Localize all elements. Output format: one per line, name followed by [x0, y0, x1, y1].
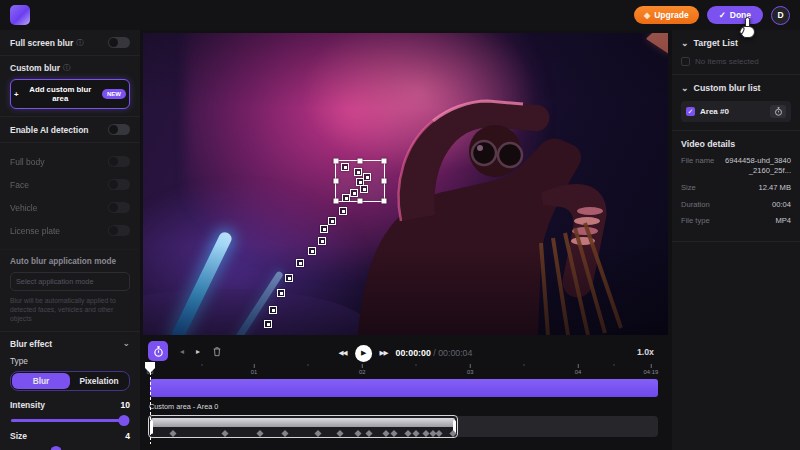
area-label: Area #0 [700, 107, 765, 116]
selection-handle[interactable] [358, 159, 363, 164]
chevron-down-icon[interactable]: ⌄ [681, 84, 689, 93]
detail-value: 6944458-uhd_3840_2160_25f... [721, 156, 791, 176]
detail-value: 00:04 [772, 200, 791, 210]
selection-handle[interactable] [358, 199, 363, 204]
gem-icon: ◆ [644, 11, 650, 20]
play-icon: ▶ [361, 349, 366, 357]
detail-label: Duration [681, 200, 715, 210]
type-option-pixelation[interactable]: Pixelation [70, 373, 128, 389]
trail-keyframe-marker [342, 194, 350, 202]
blur-type-segmented-control: Blur Pixelation [10, 371, 130, 391]
check-icon: ✓ [719, 10, 726, 20]
full-screen-blur-label: Full screen blur [10, 38, 73, 48]
timeline-panel: ◂ ▸ ◀◀ ▶ ▶▶ 00:00:00 / 00:00:04 1.0x 000… [143, 338, 668, 450]
detail-label: File type [681, 216, 715, 226]
selection-handle[interactable] [334, 179, 339, 184]
fast-forward-button[interactable]: ▶▶ [380, 349, 388, 357]
auto-blur-mode-description: Blur will be automatically applied to de… [10, 296, 130, 324]
intensity-slider[interactable] [11, 419, 129, 422]
selection-handle[interactable] [334, 199, 339, 204]
add-custom-blur-area-button[interactable]: + Add custom blur area NEW [10, 79, 130, 109]
playback-speed[interactable]: 1.0x [637, 347, 654, 357]
auto-blur-mode-dropdown[interactable]: Select application mode [10, 272, 130, 291]
video-preview[interactable] [143, 33, 668, 335]
selection-handle[interactable] [382, 159, 387, 164]
avatar[interactable]: D [771, 6, 790, 25]
trail-keyframe-marker [269, 306, 277, 314]
trail-keyframe-marker [308, 247, 316, 255]
playhead[interactable] [145, 362, 155, 446]
total-time: 00:00:04 [438, 348, 472, 358]
intensity-value: 10 [121, 400, 130, 410]
add-keyframe-button[interactable] [148, 341, 168, 361]
upgrade-label: Upgrade [654, 10, 688, 20]
detail-label: Size [681, 183, 715, 193]
rewind-button[interactable]: ◀◀ [339, 349, 347, 357]
step-forward-button[interactable]: ▸ [196, 347, 200, 356]
upgrade-button[interactable]: ◆ Upgrade [634, 6, 699, 24]
add-custom-blur-label: Add custom blur area [23, 85, 98, 103]
timeline-bar[interactable] [150, 379, 658, 397]
blur-list-item-area-0[interactable]: ✓ Area #0 [681, 101, 791, 122]
ai-option-full-body-toggle[interactable] [108, 156, 130, 167]
trail-keyframe-marker [277, 289, 285, 297]
detail-value: 12.47 MB [758, 183, 791, 193]
detail-label: File name [681, 156, 715, 176]
full-screen-blur-toggle[interactable] [108, 37, 130, 48]
trail-keyframe-marker [363, 173, 371, 181]
ai-option-face-toggle[interactable] [108, 179, 130, 190]
chevron-down-icon[interactable]: ⌄ [681, 39, 689, 48]
trail-keyframe-marker [264, 320, 272, 328]
type-option-blur[interactable]: Blur [12, 373, 70, 389]
info-icon: ⓘ [63, 63, 71, 73]
detail-row: File type MP4 [681, 216, 791, 226]
blur-effect-heading: Blur effect [10, 339, 52, 349]
step-back-button[interactable]: ◂ [180, 347, 184, 356]
trail-keyframe-marker [320, 225, 328, 233]
ai-option-full-body-label: Full body [10, 157, 45, 167]
chevron-down-icon[interactable]: ⌄ [122, 339, 130, 348]
done-button[interactable]: ✓ Done [707, 6, 763, 24]
clip-segment[interactable] [148, 415, 458, 438]
ai-option-vehicle-toggle[interactable] [108, 202, 130, 213]
keyframe-row [149, 429, 457, 438]
trail-keyframe-marker [285, 274, 293, 282]
enable-ai-label: Enable AI detection [10, 125, 89, 135]
trail-keyframe-marker [339, 207, 347, 215]
custom-blur-label: Custom blur [10, 63, 60, 73]
type-label: Type [10, 356, 130, 366]
selection-handle[interactable] [334, 159, 339, 164]
timeline-ruler[interactable]: 000102030404:19 [148, 364, 658, 377]
ai-option-license-plate-toggle[interactable] [108, 225, 130, 236]
play-button[interactable]: ▶ [355, 345, 372, 362]
done-label: Done [730, 10, 751, 20]
new-badge: NEW [102, 89, 126, 99]
target-list-heading: Target List [694, 38, 738, 48]
header: ◆ Upgrade ✓ Done D [0, 0, 800, 30]
area-checkbox[interactable]: ✓ [686, 107, 695, 116]
right-details-panel: ⌄ Target List No items selected ⌄ Custom… [672, 30, 800, 450]
detail-row: File name 6944458-uhd_3840_2160_25f... [681, 156, 791, 176]
video-details-heading: Video details [681, 139, 791, 149]
current-time: 00:00:00 [396, 348, 431, 358]
selection-handle[interactable] [382, 179, 387, 184]
track-label: Custom area - Area 0 [149, 402, 218, 411]
trash-icon[interactable] [212, 346, 222, 357]
size-value: 4 [125, 431, 130, 441]
selection-handle[interactable] [382, 199, 387, 204]
stopwatch-icon[interactable] [770, 105, 786, 118]
ai-option-vehicle-label: Vehicle [10, 203, 37, 213]
trail-keyframe-marker [360, 185, 368, 193]
blur-overlay-layer [143, 33, 668, 335]
trail-keyframe-marker [350, 189, 358, 197]
left-settings-panel: Full screen blur ⓘ Custom blur ⓘ + Add c… [0, 30, 140, 450]
auto-blur-mode-heading: Auto blur application mode [10, 257, 130, 266]
trail-keyframe-marker [318, 237, 326, 245]
enable-ai-toggle[interactable] [108, 124, 130, 135]
target-list-empty-text: No items selected [695, 57, 759, 66]
detail-row: Duration 00:04 [681, 200, 791, 210]
custom-blur-list-heading: Custom blur list [694, 83, 761, 93]
plus-icon: + [14, 90, 19, 99]
empty-checkbox [681, 57, 690, 66]
app-logo[interactable] [10, 5, 30, 25]
